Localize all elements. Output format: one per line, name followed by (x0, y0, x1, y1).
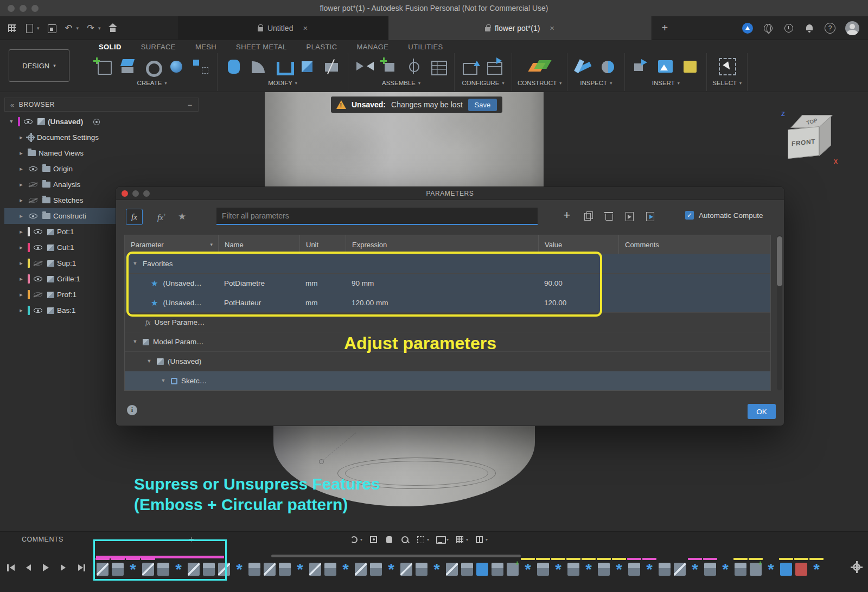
chevron-right-icon[interactable]: ▸ (17, 260, 25, 267)
group-menu-assemble[interactable]: ASSEMBLE▾ (382, 80, 420, 86)
minimize-panel-icon[interactable]: − (188, 100, 193, 110)
timeline-feature-7[interactable] (186, 558, 201, 580)
collapse-panel-icon[interactable]: « (10, 101, 15, 109)
chevron-right-icon[interactable]: ▸ (17, 244, 25, 251)
visibility-off-icon[interactable] (34, 292, 42, 297)
timeline-feature-14[interactable]: * (292, 558, 308, 580)
fit-button[interactable]: ▾ (416, 535, 429, 544)
timeline-feature-26[interactable] (475, 558, 490, 580)
visibility-off-icon[interactable] (29, 182, 37, 187)
visibility-on-icon[interactable] (34, 308, 42, 313)
group-menu-create[interactable]: CREATE▾ (137, 80, 167, 86)
chevron-down-icon[interactable]: ▾ (427, 537, 429, 542)
joint-icon[interactable] (354, 56, 375, 77)
section-analysis-icon[interactable] (597, 56, 619, 77)
create-sketch-icon[interactable] (92, 56, 114, 77)
group-menu-configure[interactable]: CONFIGURE▾ (462, 80, 504, 86)
timeline-scrollbar[interactable] (271, 555, 521, 557)
app-grid-icon[interactable] (7, 23, 17, 34)
flower-pot-model-bottom[interactable] (273, 426, 535, 506)
visibility-on-icon[interactable] (34, 229, 42, 234)
browser-item-origin[interactable]: ▸Origin (4, 161, 199, 177)
automatic-compute-toggle[interactable]: ✓ Automatic Compute (685, 211, 763, 220)
timeline-feature-23[interactable]: * (429, 558, 444, 580)
timeline-feature-18[interactable] (353, 558, 368, 580)
measure-icon[interactable] (573, 56, 595, 77)
checkbox-checked-icon[interactable]: ✓ (685, 211, 694, 220)
revolve-icon[interactable] (141, 56, 163, 77)
fx-filter-button[interactable]: fx (126, 209, 143, 225)
timeline-feature-9[interactable] (216, 558, 232, 580)
comments-panel[interactable]: COMMENTS + (0, 532, 202, 547)
timeline-feature-24[interactable] (444, 558, 459, 580)
split-body-icon[interactable] (321, 56, 342, 77)
timeline-feature-28[interactable] (505, 558, 520, 580)
canvas-icon[interactable] (655, 56, 676, 77)
info-icon[interactable]: i (127, 405, 137, 415)
visibility-on-icon[interactable] (24, 119, 33, 124)
column-header-name[interactable]: Name (218, 235, 299, 254)
scrollbar-thumb[interactable] (777, 236, 782, 286)
chevron-right-icon[interactable]: ▸ (17, 134, 25, 141)
timeline-feature-27[interactable] (490, 558, 505, 580)
dialog-titlebar[interactable]: PARAMETERS (116, 187, 784, 200)
timeline-feature-34[interactable] (596, 558, 611, 580)
timeline-feature-11[interactable] (247, 558, 262, 580)
visibility-on-icon[interactable] (29, 166, 37, 171)
save-icon[interactable] (46, 23, 57, 34)
timeline-feature-47[interactable] (794, 558, 809, 580)
redo-icon[interactable]: ↷ (85, 23, 96, 34)
column-header-comments[interactable]: Comments (618, 235, 770, 254)
expression-cell[interactable]: 120.00 mm (346, 293, 538, 312)
joint-origin-icon[interactable] (403, 56, 424, 77)
timeline-feature-8[interactable] (201, 558, 216, 580)
chevron-right-icon[interactable]: ▸ (17, 307, 25, 314)
step-back-button[interactable] (23, 562, 35, 573)
visibility-off-icon[interactable] (29, 198, 37, 203)
viewcube-front-face[interactable]: FRONT (788, 126, 819, 159)
grid-settings-button[interactable]: ▾ (455, 535, 468, 544)
timeline-feature-25[interactable] (459, 558, 475, 580)
component-activate-icon[interactable] (93, 119, 100, 125)
group-menu-modify[interactable]: MODIFY▾ (268, 80, 297, 86)
chevron-right-icon[interactable]: ▸ (17, 275, 25, 282)
timeline-feature-10[interactable]: * (232, 558, 247, 580)
comments-cell[interactable] (618, 274, 770, 293)
visibility-on-icon[interactable] (29, 214, 37, 218)
ribbon-tab-manage[interactable]: MANAGE (357, 43, 389, 51)
timeline-feature-41[interactable] (703, 558, 718, 580)
group-menu-insert[interactable]: INSERT▾ (652, 80, 680, 86)
extrude-icon[interactable] (117, 56, 138, 77)
column-header-parameter[interactable]: Parameter▾ (125, 235, 218, 254)
chevron-down-icon[interactable]: ▾ (37, 25, 40, 31)
shell-icon[interactable] (272, 56, 293, 77)
orbit-button[interactable]: ▾ (349, 535, 362, 544)
go-to-end-button[interactable] (75, 562, 87, 573)
favorite-star-icon[interactable]: ★ (151, 279, 158, 288)
bom-icon[interactable] (427, 56, 449, 77)
insert-derive-icon[interactable] (630, 56, 652, 77)
display-settings-button[interactable]: ▾ (436, 535, 449, 544)
ribbon-tab-utilities[interactable]: UTILITIES (408, 43, 443, 51)
ribbon-tab-sheet-metal[interactable]: SHEET METAL (236, 43, 287, 51)
expression-cell[interactable]: 90 mm (346, 274, 538, 293)
visibility-on-icon[interactable] (34, 276, 42, 281)
chevron-right-icon[interactable]: ▸ (17, 150, 25, 157)
chevron-right-icon[interactable]: ▸ (17, 197, 25, 204)
timeline-feature-15[interactable] (308, 558, 323, 580)
favorites-filter-icon[interactable]: ★ (178, 211, 186, 222)
timeline-feature-37[interactable]: * (642, 558, 657, 580)
new-component-icon[interactable] (378, 56, 400, 77)
timeline-feature-12[interactable] (262, 558, 277, 580)
chevron-down-icon[interactable]: ▸ (146, 358, 153, 365)
column-header-expression[interactable]: Expression (346, 235, 538, 254)
configuration-icon[interactable] (460, 56, 482, 77)
timeline-feature-36[interactable] (627, 558, 642, 580)
timeline-feature-35[interactable]: * (611, 558, 627, 580)
ribbon-tab-plastic[interactable]: PLASTIC (307, 43, 337, 51)
insert-mcmaster-icon[interactable] (679, 56, 701, 77)
configuration-table-icon[interactable] (484, 56, 506, 77)
notifications-icon[interactable] (804, 23, 815, 34)
timeline-feature-39[interactable] (672, 558, 687, 580)
group-menu-construct[interactable]: CONSTRUCT▾ (518, 80, 561, 86)
